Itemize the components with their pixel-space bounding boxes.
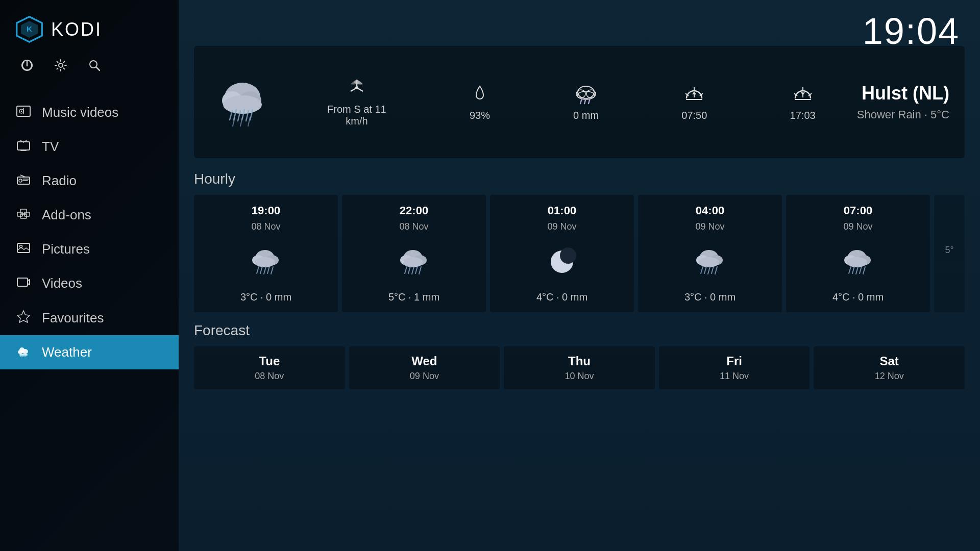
hourly-temp-2: 4°C · 0 mm: [536, 291, 587, 303]
hourly-time-4: 07:00: [844, 204, 872, 217]
precipitation-icon: [573, 83, 599, 105]
clock-display: 19:04: [863, 10, 960, 52]
hourly-temp-4: 4°C · 0 mm: [832, 291, 884, 303]
current-weather-icon: [209, 69, 276, 135]
svg-line-7: [96, 67, 100, 71]
music-videos-label: Music videos: [42, 105, 118, 120]
settings-button[interactable]: [54, 59, 67, 75]
weather-icon: [15, 345, 32, 360]
svg-line-73: [260, 266, 262, 273]
hourly-icon-4: [838, 241, 878, 282]
hourly-temp-0: 3°C · 0 mm: [240, 291, 291, 303]
tv-label: TV: [42, 139, 59, 155]
sidebar-item-tv[interactable]: TV: [0, 130, 179, 164]
tv-icon: [15, 140, 32, 154]
videos-label: Videos: [42, 276, 82, 291]
current-weather-card: From S at 11 km/h 93%: [194, 46, 965, 158]
wind-value: From S at 11 km/h: [327, 104, 386, 127]
sunrise-icon: [681, 83, 707, 105]
svg-line-55: [580, 98, 582, 104]
precipitation-value: 0 mm: [573, 110, 599, 121]
svg-line-82: [408, 266, 410, 273]
hourly-card-5: 5°: [934, 195, 965, 312]
sunrise-stat: 07:50: [681, 83, 707, 121]
svg-rect-12: [17, 142, 30, 150]
hourly-container: 19:00 08 Nov 3°C · 0 mm 22:00: [194, 195, 965, 312]
forecast-card-2: Thu 10 Nov: [504, 346, 655, 389]
search-button[interactable]: [88, 59, 101, 75]
videos-icon: [15, 277, 32, 291]
weather-label: Weather: [42, 344, 92, 360]
forecast-date-1: 09 Nov: [410, 371, 439, 382]
addons-label: Add-ons: [42, 207, 91, 223]
location-info: Hulst (NL) Shower Rain · 5°C: [857, 83, 949, 121]
forecast-day-0: Tue: [259, 354, 280, 368]
forecast-card-4: Sat 12 Nov: [814, 346, 965, 389]
hourly-date-3: 09 Nov: [695, 221, 724, 232]
svg-line-75: [267, 266, 270, 273]
svg-rect-21: [20, 209, 27, 213]
precipitation-stat: 0 mm: [573, 83, 599, 121]
svg-line-95: [712, 266, 714, 273]
hourly-card-1: 22:00 08 Nov 5°C · 1 mm: [342, 195, 486, 312]
hourly-temp-3: 3°C · 0 mm: [684, 291, 736, 303]
svg-line-72: [257, 267, 259, 273]
sidebar-item-videos[interactable]: Videos: [0, 266, 179, 300]
hourly-temp-1: 5°C · 1 mm: [388, 291, 439, 303]
sunset-value: 17:03: [790, 110, 816, 121]
svg-point-50: [355, 86, 358, 89]
svg-point-87: [560, 247, 576, 264]
svg-line-46: [248, 117, 250, 126]
svg-rect-25: [17, 278, 28, 286]
top-icons-bar: [0, 54, 179, 90]
hourly-date-2: 09 Nov: [547, 221, 576, 232]
svg-line-94: [708, 267, 710, 274]
svg-line-93: [704, 266, 706, 273]
forecast-card-3: Fri 11 Nov: [659, 346, 810, 389]
svg-rect-23: [17, 243, 30, 253]
forecast-day-3: Fri: [726, 354, 742, 368]
forecast-card-1: Wed 09 Nov: [349, 346, 500, 389]
svg-line-76: [271, 267, 273, 274]
app-title: KODI: [51, 19, 102, 40]
svg-line-83: [412, 267, 414, 274]
svg-line-96: [715, 267, 717, 274]
main-content: 19:04: [179, 0, 980, 551]
svg-line-92: [701, 267, 703, 273]
hourly-partial: 5°: [945, 245, 953, 256]
power-button[interactable]: [20, 59, 34, 75]
hourly-date-4: 09 Nov: [843, 221, 872, 232]
sidebar-item-pictures[interactable]: Pictures: [0, 232, 179, 266]
hourly-time-0: 19:00: [252, 204, 280, 217]
svg-point-15: [19, 179, 22, 182]
hourly-card-4: 07:00 09 Nov 4°C · 0 mm: [786, 195, 930, 312]
location-description: Shower Rain · 5°C: [857, 108, 949, 121]
svg-line-81: [405, 267, 407, 273]
svg-line-101: [849, 267, 851, 273]
favourites-label: Favourites: [42, 310, 104, 326]
kodi-logo-icon: K: [15, 15, 43, 43]
sunset-stat: 17:03: [790, 83, 816, 121]
sidebar-item-radio[interactable]: Radio: [0, 164, 179, 198]
sunrise-value: 07:50: [681, 110, 707, 121]
svg-line-84: [415, 266, 418, 273]
hourly-card-3: 04:00 09 Nov 3°C · 0 mm: [638, 195, 782, 312]
hourly-section-label: Hourly: [194, 171, 965, 187]
favourites-icon: [15, 310, 32, 326]
sunset-icon: [790, 83, 816, 105]
hourly-card-2: 01:00 09 Nov 4°C · 0 mm: [490, 195, 634, 312]
sidebar-item-addons[interactable]: Add-ons: [0, 198, 179, 232]
sidebar-item-music-videos[interactable]: Music videos: [0, 95, 179, 130]
hourly-date-1: 08 Nov: [399, 221, 428, 232]
svg-line-105: [863, 267, 865, 274]
weather-stats: From S at 11 km/h 93%: [286, 77, 857, 127]
svg-text:K: K: [27, 24, 32, 33]
svg-marker-26: [17, 311, 30, 322]
nav-menu: Music videos TV: [0, 95, 179, 551]
svg-point-5: [59, 63, 63, 67]
forecast-day-2: Thu: [568, 354, 591, 368]
svg-line-103: [856, 267, 858, 274]
sidebar-item-favourites[interactable]: Favourites: [0, 300, 179, 335]
forecast-day-4: Sat: [879, 354, 898, 368]
sidebar-item-weather[interactable]: Weather: [0, 335, 179, 369]
